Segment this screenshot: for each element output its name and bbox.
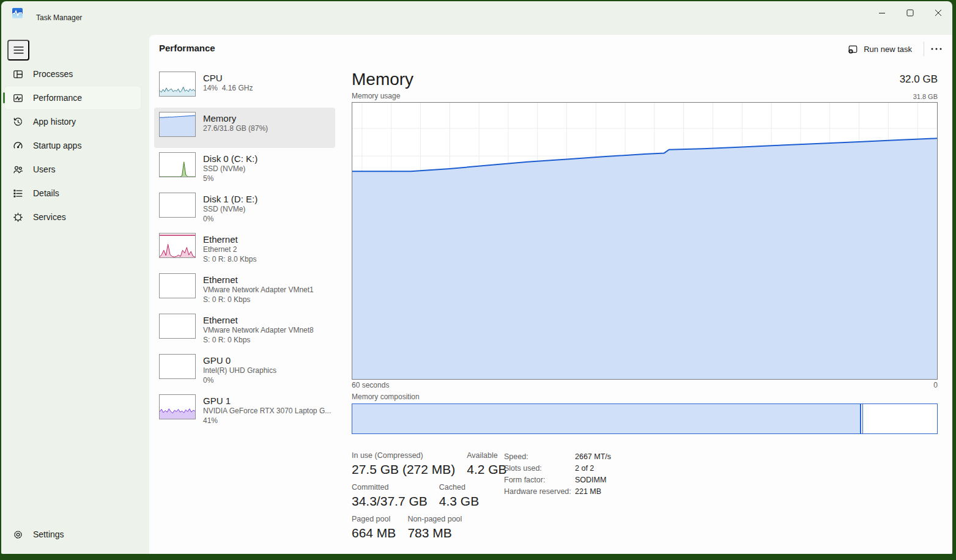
run-new-task-button[interactable]: Run new task: [842, 39, 918, 59]
users-icon: [12, 164, 23, 175]
perf-item-sub: NVIDIA GeForce RTX 3070 Laptop G...: [203, 407, 330, 416]
hardware-details: Speed: 2667 MT/s Slots used: 2 of 2 Form…: [504, 451, 611, 497]
perf-item-sub: Intel(R) UHD Graphics: [203, 366, 276, 376]
maximize-icon: [906, 9, 914, 17]
sidebar-item-users[interactable]: Users: [5, 158, 141, 181]
stat-value-paged-pool: 664 MB: [352, 525, 396, 542]
perf-item-sub: Ethernet 2: [203, 245, 256, 255]
stat-label: Available: [467, 451, 506, 461]
stat-label: Committed: [352, 482, 428, 493]
memory-panel-title: Memory: [352, 68, 413, 90]
perf-item-title: CPU: [203, 72, 253, 84]
perf-item-ethernet-2[interactable]: Ethernet VMware Network Adapter VMnet1 S…: [154, 269, 335, 309]
sidebar-item-label: Users: [33, 164, 56, 174]
performance-icon: [12, 92, 23, 103]
sidebar-item-app-history[interactable]: App history: [5, 110, 141, 133]
run-new-task-icon: [848, 44, 858, 54]
cpu-mini-chart: [159, 72, 196, 97]
sidebar-item-performance[interactable]: Performance: [5, 86, 141, 109]
run-new-task-label: Run new task: [864, 45, 912, 54]
perf-item-title: GPU 1: [203, 395, 330, 407]
stat-value-committed: 34.3/37.7 GB: [352, 493, 428, 510]
ethernet1-mini-chart: [159, 233, 196, 258]
hamburger-icon: [13, 46, 24, 54]
window-title: Task Manager: [36, 13, 82, 22]
perf-item-sub: VMware Network Adapter VMnet1: [203, 286, 314, 295]
task-manager-window: Task Manager Processes: [0, 0, 956, 560]
gpu0-mini-chart: [159, 354, 196, 379]
gear-icon: [12, 529, 23, 540]
disk1-mini-chart: [159, 193, 196, 218]
minimize-button[interactable]: [868, 1, 896, 24]
sidebar-item-label: Startup apps: [33, 141, 81, 150]
sidebar-item-processes[interactable]: Processes: [5, 62, 141, 86]
stat-value-in-use: 27.5 GB (272 MB): [352, 461, 455, 478]
time-axis-start-label: 60 seconds: [352, 381, 389, 389]
sidebar-item-details[interactable]: Details: [5, 182, 141, 205]
content-card: Performance Run new task CPU 14% 4.16 GH…: [149, 35, 952, 554]
stat-value-cached: 4.3 GB: [439, 493, 479, 510]
detail-label: Slots used:: [504, 463, 574, 474]
detail-label: Form factor:: [504, 474, 574, 485]
sidebar-item-label: Performance: [33, 93, 82, 103]
perf-item-gpu1[interactable]: GPU 1 NVIDIA GeForce RTX 3070 Laptop G..…: [154, 390, 335, 430]
perf-item-sub: 0%: [203, 215, 258, 224]
memory-stats: In use (Compressed) 27.5 GB (272 MB) Ava…: [352, 451, 938, 542]
composition-modified-segment: [860, 404, 863, 433]
memory-usage-label: Memory usage: [352, 92, 400, 100]
detail-label: Speed:: [504, 451, 574, 462]
detail-label: Hardware reserved:: [504, 486, 574, 497]
time-axis-end-label: 0: [933, 381, 938, 389]
perf-item-sub: S: 0 R: 0 Kbps: [203, 336, 314, 345]
perf-item-sub: SSD (NVMe): [203, 205, 258, 215]
perf-item-ethernet-1[interactable]: Ethernet Ethernet 2 S: 0 R: 8.0 Kbps: [154, 229, 335, 269]
page-title: Performance: [159, 43, 215, 53]
memory-composition-bar: [352, 403, 938, 434]
sidebar: Processes Performance App history Startu…: [1, 35, 149, 554]
memory-total-capacity: 32.0 GB: [900, 73, 938, 86]
detail-value-slots: 2 of 2: [575, 463, 611, 474]
perf-item-title: Disk 0 (C: K:): [203, 153, 258, 164]
sidebar-item-startup-apps[interactable]: Startup apps: [5, 134, 141, 157]
perf-item-disk0[interactable]: Disk 0 (C: K:) SSD (NVMe) 5%: [154, 148, 335, 188]
perf-item-title: Ethernet: [203, 314, 314, 326]
processes-icon: [12, 68, 23, 79]
memory-detail-panel: Memory 32.0 GB Memory usage 31.8 GB 60 s…: [352, 68, 938, 546]
perf-item-title: GPU 0: [203, 355, 276, 366]
perf-item-sub: 41%: [203, 416, 330, 426]
detail-value-speed: 2667 MT/s: [575, 451, 611, 462]
ethernet2-mini-chart: [159, 273, 196, 298]
perf-item-sub: 0%: [203, 376, 276, 386]
task-manager-app-icon: [12, 8, 23, 18]
perf-item-title: Ethernet: [203, 274, 314, 286]
perf-item-sub: S: 0 R: 0 Kbps: [203, 295, 314, 305]
perf-item-cpu[interactable]: CPU 14% 4.16 GHz: [154, 67, 335, 108]
card-header: Performance Run new task: [149, 35, 952, 63]
app-history-icon: [12, 116, 23, 127]
ellipsis-icon: [931, 48, 942, 50]
details-icon: [12, 188, 23, 199]
performance-resource-list: CPU 14% 4.16 GHz Memory 27.6/31.8 GB (87…: [154, 67, 335, 430]
sidebar-item-label: Details: [33, 188, 59, 198]
maximize-button[interactable]: [896, 1, 924, 24]
stat-value-non-paged-pool: 783 MB: [407, 525, 462, 542]
perf-item-disk1[interactable]: Disk 1 (D: E:) SSD (NVMe) 0%: [154, 188, 335, 229]
close-button[interactable]: [924, 1, 952, 24]
chart-scale-max-label: 31.8 GB: [913, 93, 938, 100]
perf-item-sub: VMware Network Adapter VMnet8: [203, 326, 314, 336]
perf-item-gpu0[interactable]: GPU 0 Intel(R) UHD Graphics 0%: [154, 350, 335, 390]
perf-item-title: Ethernet: [203, 234, 256, 245]
stat-value-available: 4.2 GB: [467, 461, 506, 478]
sidebar-item-services[interactable]: Services: [5, 205, 141, 229]
navigation-menu-button[interactable]: [7, 40, 29, 61]
perf-item-ethernet-3[interactable]: Ethernet VMware Network Adapter VMnet8 S…: [154, 309, 335, 350]
perf-item-memory[interactable]: Memory 27.6/31.8 GB (87%): [154, 108, 335, 148]
perf-item-sub: 5%: [203, 174, 258, 184]
more-options-button[interactable]: [927, 40, 946, 57]
perf-item-title: Memory: [203, 112, 268, 124]
perf-item-title: Disk 1 (D: E:): [203, 193, 258, 205]
sidebar-item-settings[interactable]: Settings: [5, 523, 141, 546]
detail-value-hw-reserved: 221 MB: [575, 486, 611, 497]
header-divider: [924, 42, 924, 56]
sidebar-item-label: Settings: [33, 529, 64, 539]
